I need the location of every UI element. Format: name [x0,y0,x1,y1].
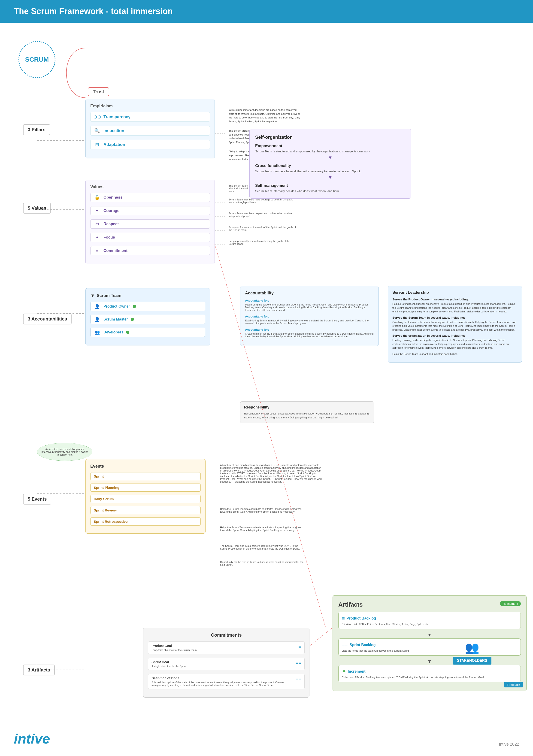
intive-logo: intive [14,731,50,747]
scrum-master-role: 👤 Scrum Master [90,315,205,324]
footer: intive intive 2022 [14,731,519,747]
increment-desc: Collection of Product Backlog items (com… [342,676,517,679]
product-owner-dot [133,305,136,308]
self-org-title: Self-organization [255,135,405,140]
svg-line-15 [309,628,333,646]
serves-org-subtitle: Serves the organization in several ways,… [392,334,518,338]
serves-po-text: Helping to find techniques for an effect… [392,302,518,313]
accountability-title: Accountability [245,291,374,296]
courage-desc: Scrum Team members have courage to do ri… [228,198,298,204]
pillars-section-label: 3 Pillars [23,124,50,135]
empowerment-desc: Scrum Team is structured and empowered b… [255,149,405,153]
dev-accountability: Accountable for: Creating a plan for the… [245,328,374,338]
inspection-icon: 🔍 [93,128,101,133]
sprint-planning-desc: Helps the Scrum Team to coordinate its e… [217,507,305,513]
artifacts-header: Artifacts Refinement [338,601,521,608]
focus-icon: ✦ [93,235,101,240]
product-owner-role: 👤 Product Owner [90,302,205,311]
openness-icon: 🔓 [93,195,101,200]
artifacts-section-label: 3 Artifacts [23,664,55,675]
dod-text: A formal description of the state of the… [151,681,301,687]
serves-team-text: Coaching the team members in self-manage… [392,320,518,332]
events-section-label: 5 Events [23,494,51,504]
sm-accountability-text: Establishing Scrum framework by helping … [245,319,374,325]
trust-label: Trust [93,89,104,94]
self-management-title: Self-management [255,183,405,188]
commitments-title: Commitments [148,633,305,638]
page-title: The Scrum Framework - total immersion [14,7,173,16]
developers-dot [126,331,129,334]
artifacts-box: Artifacts Refinement ≡ Product Backlog P… [333,595,526,691]
transparency-name: Transparency [103,115,133,120]
po-accountability-title: Accountable for: [245,299,374,302]
developers-name: Developers [103,330,123,334]
focus-name: Focus [103,235,133,240]
dod-name: Definition of Done ≡≡ [151,676,301,680]
product-backlog-name: ≡ Product Backlog [342,615,517,621]
servant-leadership-title: Servant Leadership [392,290,518,295]
diagram-area: SCRUM Trust 3 Pillars Empiricism ⊙⊙ Tran… [14,37,519,729]
artifact-arrow-1: ▼ [338,632,521,637]
empiricism-label: Empiricism [90,104,210,109]
product-owner-name: Product Owner [103,304,130,309]
responsibility-box: Responsibility Responsibility for all pr… [240,401,374,423]
trust-box: Trust [88,87,109,96]
refinement-badge: Refinement [500,601,521,607]
stakeholders-icon: 👥 [453,641,492,654]
scrum-team-box: ▼ Scrum Team 👤 Product Owner 👤 Scrum Mas… [86,288,210,345]
daily-scrum-event: Daily Scrum [90,495,201,503]
sprint-event: Sprint [90,472,201,480]
empowerment-title: Empowerment [255,144,405,148]
artifacts-title: Artifacts [338,601,521,608]
cross-functionality-desc: Scrum Team members have all the skills n… [255,170,405,173]
courage-icon: ♥ [93,208,101,213]
increment-artifact: ✦ Increment Collection of Product Backlo… [338,665,521,682]
servant-habits: Helps the Scrum Team to adopt and mainta… [392,352,518,356]
transparency-desc: With Scrum, important decisions are base… [228,108,303,123]
responsibility-text: Responsibility for all product-related a… [244,412,370,419]
respect-desc: Scrum Team members respect each other to… [228,212,298,218]
dod-icon: ≡≡ [296,676,301,682]
commitment-value: ≡ Commitment [90,246,210,255]
serves-org-text: Leading, training, and coaching the orga… [392,338,518,350]
main-content: SCRUM Trust 3 Pillars Empiricism ⊙⊙ Tran… [0,23,533,739]
inspection-name: Inspection [103,128,133,133]
cross-functionality-title: Cross-functionality [255,164,405,168]
sprint-retro-name: Sprint Retrospective [94,520,128,524]
sprint-goal-text: A single objective for the Sprint [151,665,301,667]
product-backlog-desc: Prioritized list of PBIs: Epics, Feature… [342,623,517,626]
openness-value: 🔓 Openness [90,193,210,202]
product-goal-name: Product Goal ≡ [151,644,301,648]
increment-icon: ✦ [342,668,346,674]
dod-commitment: Definition of Done ≡≡ A formal descripti… [148,674,305,689]
sprint-goal-name: Sprint Goal ≡≡ [151,660,301,664]
sm-accountability: Accountable for: Establishing Scrum fram… [245,315,374,325]
transparency-pillar: ⊙⊙ Transparency [90,112,210,122]
serves-team-subtitle: Serves the Scrum Team in several ways, i… [392,316,518,319]
product-goal-icon: ≡ [298,644,301,649]
daily-scrum-name: Daily Scrum [94,497,114,501]
scrum-bubble: SCRUM [18,41,55,78]
dev-accountability-text: Creating a plan for the Sprint and the S… [245,332,374,338]
page-header: The Scrum Framework - total immersion [0,0,533,23]
product-backlog-icon: ≡ [342,615,345,621]
scrum-label: SCRUM [25,56,49,63]
sprint-name: Sprint [94,474,104,478]
commitment-desc: People personally commit to achieving th… [228,240,298,245]
focus-desc: Everyone focuses on the work of the Spri… [228,226,298,231]
iterative-note: An iterative, incremental approach inten… [37,443,93,461]
scrum-master-dot [131,318,134,321]
sprint-retro-desc: Opportunity for the Scrum Team to discus… [217,561,305,566]
sprint-goal-commitment: Sprint Goal ≡≡ A single objective for th… [148,658,305,670]
sprint-desc: A timebox of one month or less during wh… [217,464,323,483]
empiricism-box: Empiricism ⊙⊙ Transparency 🔍 Inspection … [86,99,215,158]
sprint-planning-event: Sprint Planning [90,483,201,492]
transparency-icon: ⊙⊙ [93,114,101,120]
footer-year: intive 2022 [499,742,519,747]
accountability-box: Accountability Accountable for: Maximizi… [240,286,379,346]
product-owner-icon: 👤 [94,304,101,309]
commitments-box: Commitments Product Goal ≡ Long-term obj… [143,628,309,698]
developers-icon: 👥 [94,330,101,335]
commitment-icon: ≡ [93,248,101,253]
adaptation-icon: ⊞ [93,142,101,147]
